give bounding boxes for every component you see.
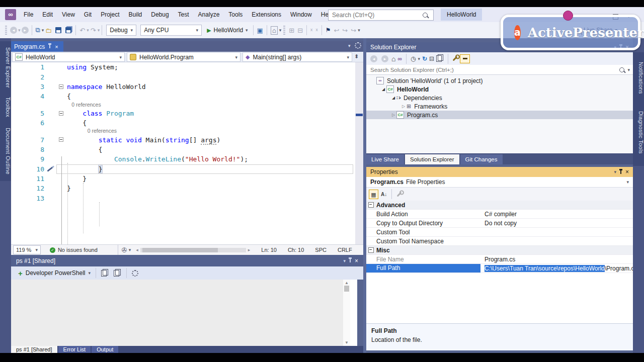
- tree-item-frameworks[interactable]: ▷⊞Frameworks: [366, 102, 633, 111]
- panel-tab-live-share[interactable]: Live Share: [366, 154, 404, 164]
- member-dropdown[interactable]: ◆ Main(string[] args) ▾: [243, 52, 352, 62]
- chevron-down-icon[interactable]: ▾: [614, 169, 616, 174]
- property-category-advanced[interactable]: Advanced: [366, 201, 633, 210]
- property-value[interactable]: Do not copy: [480, 220, 633, 227]
- issues-label[interactable]: No issues found: [58, 247, 98, 253]
- pin-icon[interactable]: [350, 259, 351, 262]
- property-value[interactable]: C:\Users\Tuan Tran\source\repos\HelloWor…: [480, 265, 633, 272]
- pin-icon[interactable]: [49, 45, 50, 48]
- tab-program-cs[interactable]: Program.cs ×: [11, 41, 63, 52]
- switch-views-icon[interactable]: ∞: [397, 55, 402, 62]
- close-icon[interactable]: ×: [55, 44, 58, 50]
- menu-build[interactable]: Build: [124, 7, 147, 22]
- bottom-tab-output[interactable]: Output: [92, 346, 118, 353]
- bookmark-icon[interactable]: ⚑: [326, 27, 331, 34]
- solution-platform-dropdown[interactable]: Any CPU ▾: [140, 25, 202, 36]
- start-debugging-button[interactable]: ▶ HelloWorld ▾: [207, 27, 248, 34]
- scroll-down-icon[interactable]: ▼: [345, 340, 349, 345]
- property-row-full-path[interactable]: Full PathC:\Users\Tuan Tran\source\repos…: [366, 264, 633, 273]
- undo-dropdown-caret[interactable]: ▾: [87, 28, 89, 33]
- collapse-region-icon[interactable]: [59, 84, 63, 89]
- code-line-9[interactable]: 9 Console.WriteLine("Hello World!");: [11, 154, 355, 164]
- solution-configuration-dropdown[interactable]: Debug ▾: [106, 25, 136, 36]
- chevron-down-icon[interactable]: ▾: [279, 28, 282, 33]
- collapse-category-icon[interactable]: [368, 247, 374, 253]
- toolbar-grip[interactable]: [5, 26, 7, 35]
- menu-view[interactable]: View: [57, 7, 79, 22]
- menu-extensions[interactable]: Extensions: [247, 7, 286, 22]
- property-value[interactable]: Program.cs: [480, 256, 633, 263]
- strip-diagnostic-tools[interactable]: Diagnostic Tools: [633, 99, 644, 166]
- expanded-arrow-icon[interactable]: ◢: [380, 87, 386, 92]
- preview-selected-icon[interactable]: [436, 55, 442, 62]
- shell-selector[interactable]: Developer PowerShell: [26, 269, 86, 277]
- alphabetical-sort-icon[interactable]: A↓: [381, 192, 387, 197]
- chevron-down-icon[interactable]: ▾: [343, 258, 346, 263]
- forward-icon[interactable]: ▸: [381, 55, 388, 62]
- collapse-all-icon[interactable]: ⊟: [429, 55, 434, 62]
- categorized-view-icon[interactable]: ▦: [369, 190, 378, 199]
- close-icon[interactable]: ×: [625, 168, 629, 175]
- code-line-11[interactable]: 11 }: [11, 174, 355, 184]
- code-line-10[interactable]: 10 }: [11, 164, 355, 174]
- code-cleanup-icon[interactable]: ✇︎: [122, 246, 127, 254]
- navigate-forward-icon[interactable]: ▸: [22, 27, 29, 34]
- back-icon[interactable]: ◂: [370, 55, 377, 62]
- code-line-5[interactable]: 5 class Program: [11, 109, 355, 118]
- outlining-margin[interactable]: [48, 135, 67, 144]
- chevron-down-icon[interactable]: ▾: [418, 56, 421, 61]
- pending-changes-filter-icon[interactable]: ◷: [411, 55, 416, 62]
- tree-item-solution-helloworld-1-of-1-project[interactable]: ∞Solution 'HelloWorld' (1 of 1 project): [366, 76, 633, 85]
- user-avatar[interactable]: [563, 11, 573, 21]
- strip-server-explorer[interactable]: Server Explorer: [0, 41, 11, 94]
- solution-explorer-home-icon[interactable]: ⌂: [271, 26, 278, 35]
- property-row-custom-tool[interactable]: Custom Tool: [366, 228, 633, 237]
- code-line-3[interactable]: 3namespace HelloWorld: [11, 82, 355, 92]
- split-editor-icon[interactable]: ⬍: [354, 53, 359, 60]
- menu-analyze[interactable]: Analyze: [194, 7, 224, 22]
- redo-icon[interactable]: ↷: [91, 27, 96, 34]
- properties-wrench-icon[interactable]: [453, 56, 458, 61]
- code-line-2[interactable]: 2: [11, 72, 355, 81]
- spaces-indicator[interactable]: SPC: [315, 247, 327, 253]
- project-dropdown[interactable]: C# HelloWorld ▾: [12, 52, 125, 62]
- strip-toolbox[interactable]: Toolbox: [0, 88, 11, 126]
- tree-item-dependencies[interactable]: ◢∷▪Dependencies: [366, 94, 633, 102]
- menu-file[interactable]: File: [19, 7, 38, 22]
- property-row-custom-tool-namespace[interactable]: Custom Tool Namespace: [366, 237, 633, 246]
- tree-item-program-cs[interactable]: ▷C#Program.cs: [366, 111, 633, 119]
- code-line-7[interactable]: 7 static void Main(string[] args): [11, 135, 355, 144]
- new-dropdown-caret[interactable]: ▾: [42, 28, 44, 33]
- code-line-4[interactable]: 4{: [11, 92, 355, 101]
- editor-horizontal-scrollbar[interactable]: [140, 248, 246, 252]
- save-icon[interactable]: [55, 27, 61, 33]
- chevron-down-icon[interactable]: ▾: [627, 67, 630, 72]
- property-row-copy-to-output-directory[interactable]: Copy to Output DirectoryDo not copy: [366, 219, 633, 228]
- copy-icon[interactable]: [101, 270, 107, 277]
- menu-debug[interactable]: Debug: [146, 7, 173, 22]
- property-category-misc[interactable]: Misc: [366, 246, 633, 255]
- code-line-13[interactable]: 13: [11, 194, 355, 203]
- strip-document-outline[interactable]: Document Outline: [0, 121, 11, 181]
- menu-window[interactable]: Window: [286, 7, 316, 22]
- zoom-level-dropdown[interactable]: 119 % ▾: [13, 245, 41, 254]
- home-icon[interactable]: ⌂: [391, 55, 395, 63]
- scroll-up-icon[interactable]: ▲: [345, 281, 349, 285]
- bottom-tab-error-list[interactable]: Error List: [58, 346, 91, 353]
- panel-tab-git-changes[interactable]: Git Changes: [460, 154, 503, 164]
- collapse-category-icon[interactable]: [368, 202, 374, 208]
- terminal-scroll-thumb[interactable]: [344, 286, 349, 292]
- bottom-tab-ps-1-shared[interactable]: ps #1 [Shared]: [11, 346, 57, 353]
- paste-icon[interactable]: [114, 270, 119, 277]
- solution-search-box[interactable]: ▾: [366, 65, 633, 75]
- new-terminal-icon[interactable]: +: [18, 269, 23, 278]
- chevron-down-icon[interactable]: ▾: [89, 270, 91, 276]
- expanded-arrow-icon[interactable]: ◢: [390, 96, 396, 100]
- editor-vertical-scrollbar[interactable]: [355, 62, 363, 244]
- strip-notifications[interactable]: Notifications: [633, 52, 644, 104]
- codelens-references-link[interactable]: 0 references: [11, 128, 355, 135]
- menu-git[interactable]: Git: [79, 7, 96, 22]
- search-input[interactable]: [331, 10, 423, 20]
- back-dropdown-caret[interactable]: ▾: [18, 28, 21, 33]
- type-dropdown[interactable]: HelloWorld.Program ▾: [127, 52, 240, 62]
